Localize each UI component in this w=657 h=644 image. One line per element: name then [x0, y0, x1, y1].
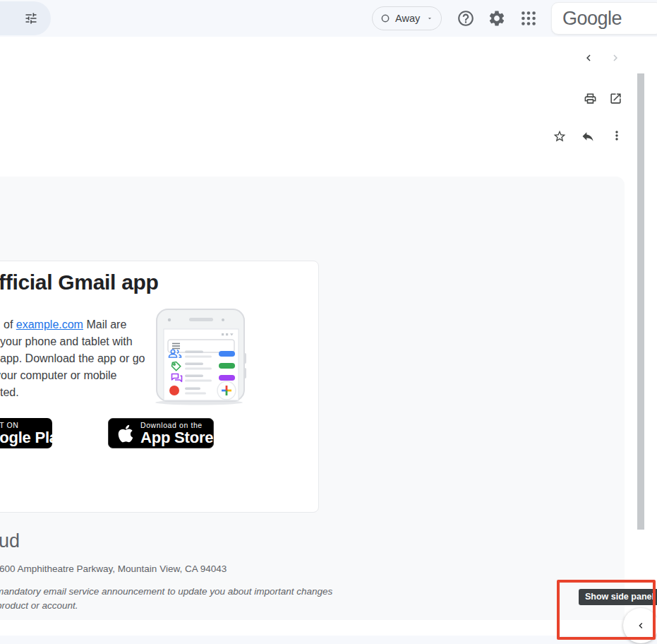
reply-button[interactable] — [581, 129, 595, 143]
appstore-badge-store: App Store — [140, 429, 213, 446]
print-icon — [584, 92, 597, 105]
google-logo: Google — [552, 8, 622, 30]
more-options-button[interactable] — [610, 129, 624, 143]
scrollbar[interactable] — [637, 73, 644, 530]
side-panel-tooltip: Show side panel — [579, 589, 657, 605]
play-badge-tagline: GET IT ON — [0, 421, 66, 429]
line-text: Mail are — [83, 318, 126, 330]
google-play-badge[interactable]: GET IT ON Google Play — [0, 418, 52, 448]
reply-icon — [581, 129, 595, 143]
help-icon — [457, 9, 475, 28]
apps-grid-icon — [519, 9, 538, 28]
example-link[interactable]: example.com — [16, 318, 83, 330]
paragraph-line: your phone and tablet with — [0, 333, 145, 350]
more-vert-icon — [610, 129, 624, 143]
help-button[interactable] — [457, 9, 475, 28]
topbar: Away Google — [0, 0, 657, 37]
paragraph-line: your computer or mobile — [0, 367, 145, 384]
footer-address: 600 Amphitheatre Parkway, Mountain View,… — [0, 564, 227, 574]
print-button[interactable] — [584, 92, 597, 105]
email-paragraph: of example.com Mail are your phone and t… — [0, 316, 145, 401]
paragraph-line: app. Download the app or go — [0, 350, 145, 367]
apple-icon — [117, 424, 134, 443]
status-selector[interactable]: Away — [372, 6, 442, 30]
open-in-new-button[interactable] — [609, 92, 622, 105]
star-icon — [553, 129, 567, 143]
google-account-card[interactable]: Google — [551, 2, 657, 35]
caret-down-icon — [426, 15, 433, 22]
gear-icon — [488, 9, 506, 28]
email-heading: fficial Gmail app — [0, 270, 159, 294]
open-in-new-icon — [609, 92, 622, 105]
bottom-strip — [0, 636, 657, 644]
status-label: Away — [395, 13, 420, 24]
paragraph-line: of example.com Mail are — [0, 316, 145, 333]
chevron-left-icon — [635, 620, 646, 631]
show-side-panel-button[interactable] — [623, 608, 657, 643]
gmail-app-phone-illustration — [151, 308, 251, 407]
chevron-right-icon — [609, 52, 622, 64]
older-email-button[interactable] — [609, 52, 622, 64]
newer-email-button[interactable] — [582, 52, 595, 64]
footer-brand: ud — [0, 530, 20, 552]
line-text: of — [4, 318, 16, 330]
settings-button[interactable] — [488, 9, 506, 28]
appstore-badge-tagline: Download on the — [140, 421, 213, 429]
circle-status-icon — [380, 13, 390, 23]
paragraph-line: ted. — [0, 384, 145, 401]
gmail-window: Away Google — [0, 0, 657, 644]
app-store-badge[interactable]: Download on the App Store — [108, 418, 214, 448]
footer-disclaimer: mandatory email service announcement to … — [0, 586, 332, 597]
footer-disclaimer: product or account. — [0, 600, 78, 611]
apps-grid-button[interactable] — [519, 9, 538, 28]
star-button[interactable] — [553, 129, 567, 143]
chevron-left-icon — [582, 52, 595, 64]
play-badge-store: Google Play — [0, 429, 66, 446]
search-options-tune-icon[interactable] — [24, 11, 38, 25]
